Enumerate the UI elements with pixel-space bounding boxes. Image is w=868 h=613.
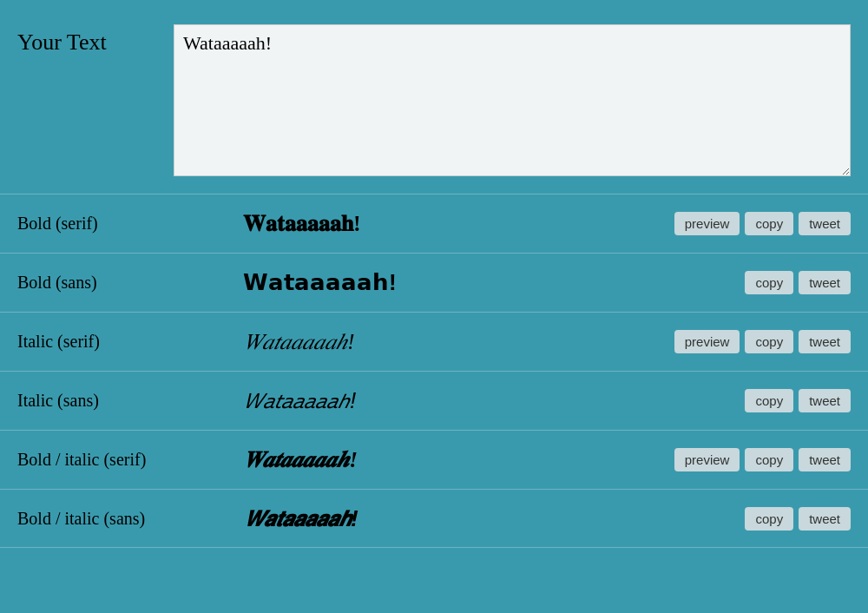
btn-group-italic-sans: copytweet bbox=[745, 389, 851, 412]
font-row-italic-sans: Italic (sans)𝘞𝘢𝘵𝘢𝘢𝘢𝘢𝘢𝘩!copytweet bbox=[0, 371, 868, 430]
font-preview-bold-sans: 𝗪𝗮𝘁𝗮𝗮𝗮𝗮𝗮𝗵! bbox=[243, 269, 745, 296]
rows-section: Bold (serif)𝐖𝐚𝐭𝐚𝐚𝐚𝐚𝐚𝐡!previewcopytweetBo… bbox=[0, 194, 868, 548]
font-label-italic-serif: Italic (serif) bbox=[17, 332, 243, 352]
btn-group-bold-italic-serif: previewcopytweet bbox=[674, 448, 851, 471]
copy-button-italic-sans[interactable]: copy bbox=[745, 389, 793, 412]
btn-group-bold-italic-sans: copytweet bbox=[745, 507, 851, 531]
btn-group-bold-serif: previewcopytweet bbox=[674, 212, 851, 235]
font-row-italic-serif: Italic (serif)𝑊𝑎𝑡𝑎𝑎𝑎𝑎𝑎ℎ!previewcopytweet bbox=[0, 312, 868, 371]
copy-button-bold-italic-serif[interactable]: copy bbox=[745, 448, 793, 471]
font-label-bold-sans: Bold (sans) bbox=[17, 273, 243, 293]
copy-button-bold-serif[interactable]: copy bbox=[745, 212, 793, 235]
copy-button-bold-sans[interactable]: copy bbox=[745, 271, 793, 294]
font-preview-bold-italic-serif: 𝑾𝒂𝒕𝒂𝒂𝒂𝒂𝒂𝒉! bbox=[243, 447, 674, 473]
top-section: Your Text Wataaaaah! bbox=[0, 0, 868, 194]
font-row-bold-italic-sans: Bold / italic (sans)𝙒𝙖𝙩𝙖𝙖𝙖𝙖𝙖𝙝!copytweet bbox=[0, 489, 868, 548]
tweet-button-bold-italic-serif[interactable]: tweet bbox=[799, 448, 851, 471]
preview-button-bold-serif[interactable]: preview bbox=[674, 212, 740, 235]
text-input[interactable]: Wataaaaah! bbox=[174, 24, 851, 176]
tweet-button-italic-serif[interactable]: tweet bbox=[799, 330, 851, 353]
font-label-bold-serif: Bold (serif) bbox=[17, 214, 243, 234]
preview-button-italic-serif[interactable]: preview bbox=[674, 330, 740, 353]
your-text-label: Your Text bbox=[17, 24, 156, 56]
tweet-button-bold-italic-sans[interactable]: tweet bbox=[799, 507, 851, 531]
btn-group-bold-sans: copytweet bbox=[745, 271, 851, 294]
font-label-italic-sans: Italic (sans) bbox=[17, 391, 243, 411]
font-preview-bold-serif: 𝐖𝐚𝐭𝐚𝐚𝐚𝐚𝐚𝐡! bbox=[243, 211, 674, 237]
copy-button-italic-serif[interactable]: copy bbox=[745, 330, 793, 353]
font-row-bold-sans: Bold (sans)𝗪𝗮𝘁𝗮𝗮𝗮𝗮𝗮𝗵!copytweet bbox=[0, 253, 868, 312]
btn-group-italic-serif: previewcopytweet bbox=[674, 330, 851, 353]
font-preview-italic-serif: 𝑊𝑎𝑡𝑎𝑎𝑎𝑎𝑎ℎ! bbox=[243, 329, 674, 355]
font-preview-italic-sans: 𝘞𝘢𝘵𝘢𝘢𝘢𝘢𝘢𝘩! bbox=[243, 387, 745, 414]
font-label-bold-italic-serif: Bold / italic (serif) bbox=[17, 450, 243, 470]
font-row-bold-serif: Bold (serif)𝐖𝐚𝐭𝐚𝐚𝐚𝐚𝐚𝐡!previewcopytweet bbox=[0, 194, 868, 253]
copy-button-bold-italic-sans[interactable]: copy bbox=[745, 507, 793, 531]
tweet-button-italic-sans[interactable]: tweet bbox=[799, 389, 851, 412]
tweet-button-bold-serif[interactable]: tweet bbox=[799, 212, 851, 235]
font-preview-bold-italic-sans: 𝙒𝙖𝙩𝙖𝙖𝙖𝙖𝙖𝙝! bbox=[243, 505, 745, 532]
tweet-button-bold-sans[interactable]: tweet bbox=[799, 271, 851, 294]
font-label-bold-italic-sans: Bold / italic (sans) bbox=[17, 509, 243, 529]
font-row-bold-italic-serif: Bold / italic (serif)𝑾𝒂𝒕𝒂𝒂𝒂𝒂𝒂𝒉!previewco… bbox=[0, 430, 868, 489]
preview-button-bold-italic-serif[interactable]: preview bbox=[674, 448, 740, 471]
